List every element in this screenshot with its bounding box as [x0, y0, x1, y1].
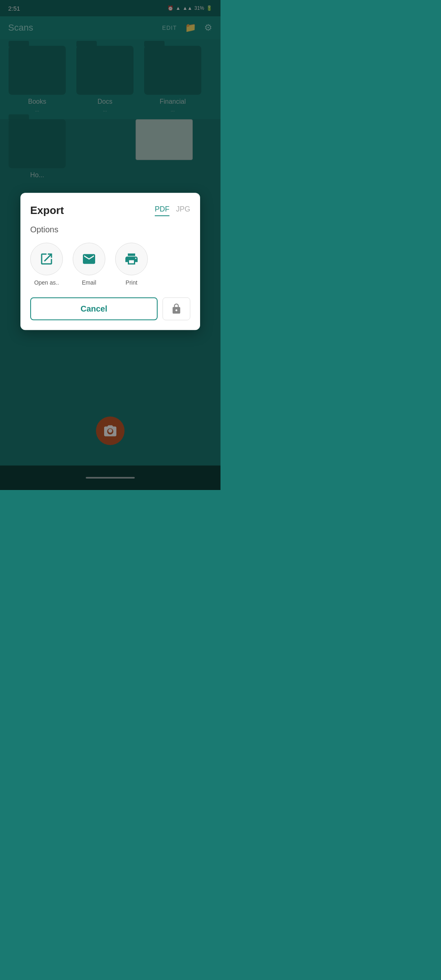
tab-pdf[interactable]: PDF: [155, 205, 169, 216]
cancel-button[interactable]: Cancel: [30, 297, 158, 320]
option-print[interactable]: Print: [115, 243, 148, 286]
option-email-circle: [73, 243, 105, 275]
option-email-label: Email: [82, 279, 96, 286]
options-row: Open as.. Email Print: [30, 243, 190, 286]
option-print-label: Print: [126, 279, 138, 286]
export-modal: Export PDF JPG Options Open as.. Email: [20, 193, 200, 330]
option-open-as-circle: [30, 243, 63, 275]
options-label: Options: [30, 225, 190, 234]
option-print-circle: [115, 243, 148, 275]
modal-title: Export: [30, 204, 64, 217]
option-open-as[interactable]: Open as..: [30, 243, 63, 286]
lock-button[interactable]: [163, 297, 190, 320]
email-icon: [82, 252, 96, 266]
action-row: Cancel: [30, 297, 190, 320]
lock-icon: [171, 303, 182, 314]
print-icon: [124, 252, 139, 266]
modal-tabs: PDF JPG: [155, 205, 190, 216]
option-open-as-label: Open as..: [34, 279, 59, 286]
open-as-icon: [39, 252, 54, 266]
option-email[interactable]: Email: [73, 243, 105, 286]
modal-header: Export PDF JPG: [30, 204, 190, 217]
tab-jpg[interactable]: JPG: [176, 205, 190, 216]
